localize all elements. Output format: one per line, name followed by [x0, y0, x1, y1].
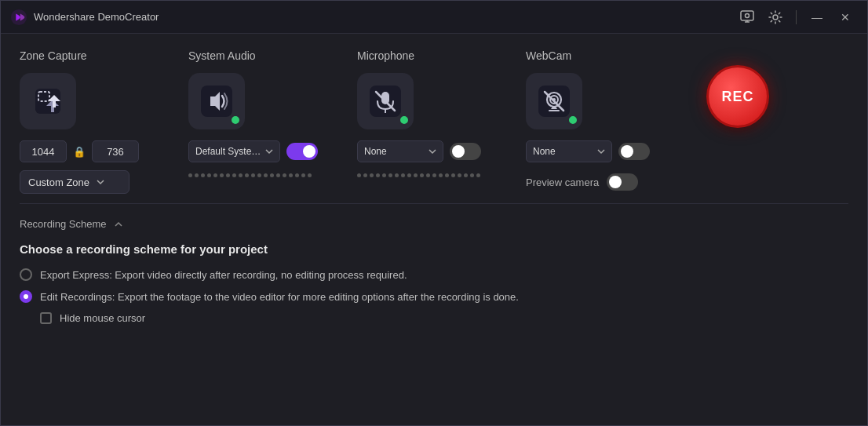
app-logo-icon	[10, 9, 27, 26]
audio-dropdown-chevron	[265, 147, 273, 155]
mic-dot-7	[395, 173, 399, 177]
webcam-title: WebCam	[526, 49, 571, 62]
dot-1	[188, 173, 192, 177]
audio-source-dropdown[interactable]: Default Syste…	[188, 140, 280, 162]
recording-scheme-bar[interactable]: Recording Scheme	[20, 213, 848, 235]
mic-dot-16	[451, 173, 455, 177]
sections-row: Zone Capture 🔒 Custom Zone Sys	[20, 49, 848, 194]
mic-source-dropdown[interactable]: None	[357, 140, 443, 162]
width-input[interactable]	[20, 140, 67, 162]
mic-dot-6	[388, 173, 392, 177]
export-express-label: Export Express: Export video directly af…	[40, 269, 407, 281]
mic-dot-2	[363, 173, 367, 177]
lock-icon: 🔒	[73, 146, 86, 158]
mic-dot-18	[464, 173, 468, 177]
capture-icon-btn[interactable]	[735, 5, 760, 30]
audio-controls-row: Default Syste…	[188, 140, 357, 162]
edit-recordings-option[interactable]: Edit Recordings: Export the footage to t…	[20, 290, 848, 303]
hide-mouse-cursor-option[interactable]: Hide mouse cursor	[40, 312, 848, 324]
custom-zone-dropdown[interactable]: Custom Zone	[20, 170, 129, 194]
edit-recordings-radio[interactable]	[20, 290, 32, 303]
webcam-source-dropdown[interactable]: None	[526, 140, 612, 162]
mic-dot-8	[401, 173, 405, 177]
hide-mouse-cursor-label: Hide mouse cursor	[60, 312, 145, 324]
mic-dot-13	[432, 173, 436, 177]
dot-9	[239, 173, 243, 177]
mic-dot-5	[382, 173, 386, 177]
mic-dropdown-label: None	[364, 146, 424, 157]
system-audio-icon-box[interactable]	[188, 73, 245, 129]
mic-dot-15	[445, 173, 449, 177]
webcam-icon	[538, 86, 570, 117]
settings-icon-btn[interactable]	[763, 5, 788, 30]
titlebar: Wondershare DemoCreator — ✕	[1, 1, 867, 34]
zone-capture-title: Zone Capture	[20, 49, 87, 62]
preview-camera-toggle[interactable]	[607, 173, 638, 191]
rec-label: REC	[721, 89, 753, 105]
mic-dot-3	[370, 173, 374, 177]
preview-toggle-knob	[609, 176, 622, 188]
mic-dot-19	[470, 173, 474, 177]
mic-dot-1	[357, 173, 361, 177]
mic-dot-10	[414, 173, 418, 177]
mic-dot-20	[476, 173, 480, 177]
zone-capture-section: Zone Capture 🔒 Custom Zone	[20, 49, 188, 194]
webcam-dropdown-label: None	[533, 146, 593, 157]
audio-level-dots	[188, 170, 312, 180]
dot-5	[213, 173, 217, 177]
mic-toggle[interactable]	[450, 143, 481, 160]
mic-toggle-knob	[452, 145, 465, 158]
zone-dimensions-row: 🔒	[20, 140, 188, 162]
dot-19	[301, 173, 305, 177]
dot-20	[308, 173, 312, 177]
webcam-status-dot	[567, 115, 578, 126]
dot-17	[289, 173, 293, 177]
dot-6	[220, 173, 224, 177]
system-audio-section: System Audio Default Syste…	[188, 49, 357, 180]
app-title: Wondershare DemoCreator	[34, 11, 735, 23]
microphone-icon-box[interactable]	[357, 73, 414, 129]
scheme-title: Choose a recording scheme for your proje…	[20, 242, 848, 256]
scheme-chevron-icon	[113, 219, 124, 230]
webcam-section: WebCam None	[526, 49, 695, 191]
dot-14	[270, 173, 274, 177]
scheme-content: Choose a recording scheme for your proje…	[20, 235, 848, 324]
microphone-icon	[370, 86, 401, 117]
dot-15	[276, 173, 280, 177]
rec-button[interactable]: REC	[706, 65, 769, 128]
mic-controls-row: None	[357, 140, 526, 162]
preview-camera-row: Preview camera	[526, 173, 638, 191]
audio-toggle[interactable]	[286, 143, 318, 160]
export-express-option[interactable]: Export Express: Export video directly af…	[20, 268, 848, 281]
dot-10	[245, 173, 249, 177]
minimize-button[interactable]: —	[804, 6, 830, 28]
mic-dot-17	[458, 173, 461, 177]
recording-scheme-label: Recording Scheme	[20, 218, 107, 230]
mic-dot-12	[426, 173, 430, 177]
dot-2	[195, 173, 199, 177]
webcam-toggle-knob	[621, 145, 633, 158]
system-audio-icon	[201, 86, 232, 117]
mic-dot-14	[439, 173, 443, 177]
export-express-radio[interactable]	[20, 268, 32, 281]
preview-camera-label: Preview camera	[526, 177, 599, 188]
microphone-section: Microphone None	[357, 49, 526, 180]
mic-dot-4	[376, 173, 380, 177]
dot-12	[257, 173, 261, 177]
svg-rect-1	[741, 11, 753, 20]
webcam-toggle[interactable]	[618, 143, 650, 160]
webcam-icon-box[interactable]	[526, 73, 582, 129]
audio-dropdown-label: Default Syste…	[195, 146, 261, 157]
microphone-title: Microphone	[357, 49, 414, 62]
height-input[interactable]	[92, 140, 139, 162]
dot-13	[264, 173, 268, 177]
close-button[interactable]: ✕	[833, 6, 858, 28]
titlebar-separator	[796, 10, 797, 24]
hide-mouse-cursor-checkbox[interactable]	[40, 312, 52, 324]
zone-dropdown-chevron	[96, 177, 105, 187]
zone-capture-icon-box[interactable]	[20, 73, 76, 129]
audio-toggle-knob	[303, 145, 315, 158]
dot-8	[232, 173, 236, 177]
main-content: Zone Capture 🔒 Custom Zone Sys	[1, 34, 867, 337]
dot-18	[295, 173, 299, 177]
